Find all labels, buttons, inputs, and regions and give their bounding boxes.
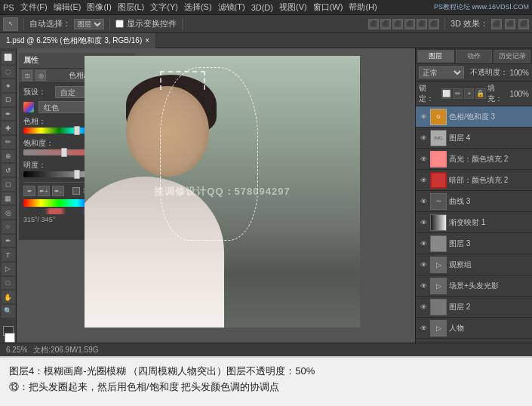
eyedropper-tool[interactable]: ✒ xyxy=(2,108,15,121)
type-tool[interactable]: T xyxy=(2,248,15,261)
healing-tool[interactable]: ✚ xyxy=(2,121,15,134)
layer-eye-toggle[interactable]: 👁 xyxy=(419,303,428,312)
layer-eye-toggle[interactable]: 👁 xyxy=(419,112,428,121)
layer-item[interactable]: 👁 渐变映射 1 xyxy=(416,212,532,233)
menu-layer[interactable]: 图层(L) xyxy=(118,2,144,13)
layer-eye-toggle[interactable]: 👁 xyxy=(419,260,428,269)
layer-eye-toggle[interactable]: 👁 xyxy=(419,176,428,185)
layer-item[interactable]: 👁 高光：颜色填充 2 xyxy=(416,149,532,170)
layer-thumbnail xyxy=(430,299,447,315)
menu-edit[interactable]: 编辑(E) xyxy=(54,2,81,13)
tab-actions[interactable]: 动作 xyxy=(456,50,493,63)
wand-tool[interactable]: ✦ xyxy=(2,79,15,92)
layer-eye-toggle[interactable]: 👁 xyxy=(419,197,428,206)
tool-btn-3[interactable]: ✒- xyxy=(52,186,64,196)
menu-window[interactable]: 窗口(W) xyxy=(313,2,343,13)
threed-btn-3[interactable]: ⬛ xyxy=(518,19,529,29)
layer-eye-toggle[interactable]: 👁 xyxy=(419,281,428,291)
layer-name: 渐变映射 1 xyxy=(449,217,529,228)
threed-btn-1[interactable]: ⬛ xyxy=(491,19,502,29)
layer-eye-toggle[interactable]: 👁 xyxy=(419,239,428,248)
zoom-tool[interactable]: 🔍 xyxy=(2,305,15,318)
menu-image[interactable]: 图像(I) xyxy=(87,2,111,13)
menu-select[interactable]: 选择(S) xyxy=(184,2,212,13)
align-btn-4[interactable]: ⬛ xyxy=(404,19,415,29)
layer-thumbnail xyxy=(430,235,447,252)
menu-ps[interactable]: PS xyxy=(3,3,14,12)
shape-tool[interactable]: □ xyxy=(2,277,15,290)
menu-filter[interactable]: 滤镜(T) xyxy=(218,2,245,13)
clone-tool[interactable]: ⊕ xyxy=(2,150,15,163)
align-btn-6[interactable]: ⬛ xyxy=(429,19,439,29)
hue-thumb[interactable] xyxy=(74,126,80,135)
menu-help[interactable]: 帮助(H) xyxy=(349,2,377,13)
hand-tool[interactable]: ✋ xyxy=(2,291,15,303)
auto-select-dropdown[interactable]: 图层 xyxy=(74,19,104,29)
layer-item[interactable]: 👁 ▷ 场景+头发光影 xyxy=(416,275,532,297)
zoom-level: 6.25% xyxy=(6,346,27,354)
panel-icon-1[interactable]: ⊡ xyxy=(22,70,32,81)
blend-mode-dropdown[interactable]: 正常 xyxy=(419,66,464,78)
menu-text[interactable]: 文字(Y) xyxy=(150,2,178,13)
marquee-tool[interactable]: ⬜ xyxy=(2,51,15,64)
path-selection[interactable]: ▷ xyxy=(2,263,15,275)
ps-logo: PS教程论坛 www.16VDSl.COM xyxy=(434,2,529,12)
auto-select-label: 自动选择： xyxy=(29,18,71,29)
menu-file[interactable]: 文件(F) xyxy=(20,2,48,13)
history-brush[interactable]: ↺ xyxy=(2,164,15,177)
pen-tool[interactable]: ✒ xyxy=(2,235,15,248)
align-btn-5[interactable]: ⬛ xyxy=(417,19,427,29)
tool-btn-2[interactable]: ✒+ xyxy=(38,186,50,196)
lock-label: 锁定： xyxy=(419,83,440,104)
lock-pixels-btn[interactable]: ✏ xyxy=(453,88,463,99)
lasso-tool[interactable]: ◌ xyxy=(2,66,15,78)
left-toolbar: ⬜ ◌ ✦ ⊡ ✒ ✚ ✏ ⊕ ↺ ◻ ▦ ◎ ○ ✒ T ▷ □ ✋ 🔍 xyxy=(0,48,17,343)
tab-close-btn[interactable]: × xyxy=(145,36,149,45)
layer-item[interactable]: 👁 〜 曲线 3 xyxy=(416,191,532,212)
description-line2: ⑬：把头发圈起来，然后用色相/饱和度 把头发颜色调的协调点 xyxy=(9,380,523,395)
workspace: ⬜ ◌ ✦ ⊡ ✒ ✚ ✏ ⊕ ↺ ◻ ▦ ◎ ○ ✒ T ▷ □ ✋ 🔍 属性… xyxy=(0,48,532,343)
show-transform-checkbox[interactable] xyxy=(115,20,124,28)
layer-item[interactable]: 👁 ⊙ 色相/饱和度 3 xyxy=(416,106,532,128)
background-color[interactable] xyxy=(5,333,15,343)
layer-name: 图层 2 xyxy=(449,302,529,312)
tab-history[interactable]: 历史记录 xyxy=(494,50,530,63)
gradient-tool[interactable]: ▦ xyxy=(2,192,15,205)
align-btn-3[interactable]: ⬛ xyxy=(392,19,403,29)
brush-tool[interactable]: ✏ xyxy=(2,136,15,149)
dodge-tool[interactable]: ○ xyxy=(2,220,15,233)
layer-item[interactable]: 👁 图层 3 xyxy=(416,233,532,254)
layer-eye-toggle[interactable]: 👁 xyxy=(419,324,428,333)
layer-eye-toggle[interactable]: 👁 xyxy=(419,134,428,143)
tab-layers[interactable]: 图层 xyxy=(417,50,454,63)
preset-label: 预设： xyxy=(23,87,52,97)
layer-item[interactable]: 👁 ▷ 人物 xyxy=(416,318,532,339)
document-tab[interactable]: 1.psd @ 6.25% (色相/饱和度 3, RGB/16) × xyxy=(0,33,156,48)
panel-icon-2[interactable]: ◎ xyxy=(35,70,46,81)
crop-tool[interactable]: ⊡ xyxy=(2,94,15,106)
menu-view[interactable]: 视图(V) xyxy=(279,2,307,13)
menu-bar: PS 文件(F) 编辑(E) 图像(I) 图层(L) 文字(Y) 选择(S) 滤… xyxy=(0,0,532,15)
tool-btn-1[interactable]: ✒ xyxy=(23,186,35,196)
lock-transparency-btn[interactable]: ⬜ xyxy=(441,88,451,99)
layer-eye-toggle[interactable]: 👁 xyxy=(419,218,428,227)
align-btn-1[interactable]: ⬛ xyxy=(368,19,379,29)
layer-item[interactable]: 👁 暗部：颜色填充 2 xyxy=(416,170,532,191)
blur-tool[interactable]: ◎ xyxy=(2,206,15,219)
menu-3d[interactable]: 3D(D) xyxy=(251,3,273,12)
align-btn-2[interactable]: ⬛ xyxy=(380,19,391,29)
layer-item[interactable]: 👁 IMG 图层 4 xyxy=(416,128,532,149)
lock-all-btn[interactable]: 🔒 xyxy=(475,88,485,99)
eraser-tool[interactable]: ◻ xyxy=(2,178,15,191)
saturation-thumb[interactable] xyxy=(61,148,67,157)
opacity-value[interactable]: 100% xyxy=(509,69,529,77)
fill-value[interactable]: 100% xyxy=(509,90,529,98)
layer-item[interactable]: 👁 ▷ 观察组 xyxy=(416,254,532,275)
layer-eye-toggle[interactable]: 👁 xyxy=(419,155,428,164)
layer-item[interactable]: 👁 图层 2 xyxy=(416,297,532,318)
move-tool-btn[interactable]: ↖ xyxy=(3,17,18,31)
lightness-thumb[interactable] xyxy=(74,170,80,179)
colorize-checkbox[interactable] xyxy=(72,187,80,195)
lock-position-btn[interactable]: + xyxy=(464,88,474,99)
threed-btn-2[interactable]: ⬛ xyxy=(505,19,515,29)
